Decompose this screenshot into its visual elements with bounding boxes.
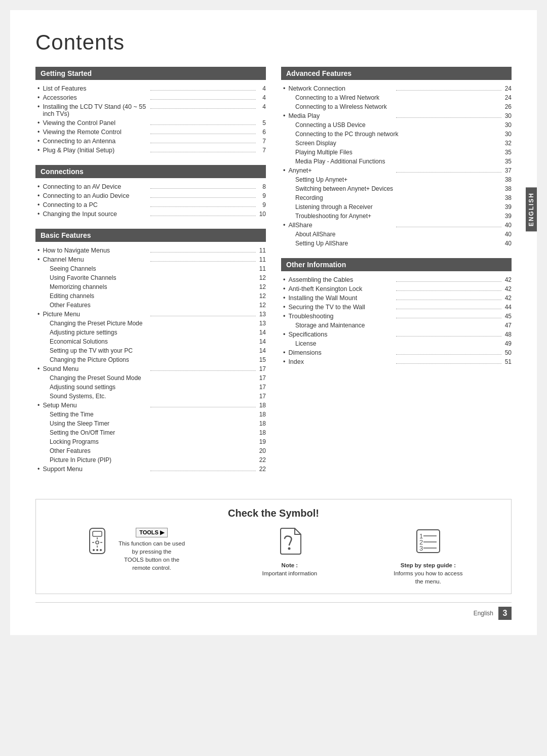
list-item: Setting the Time 18 xyxy=(35,410,266,419)
toc-list-advanced-features: Network Connection 24 Connecting to a Wi… xyxy=(281,84,512,248)
symbol-item-note: Note :Important information xyxy=(262,527,318,577)
list-item: Changing the Preset Picture Mode 13 xyxy=(35,319,266,328)
list-item: Sound Systems, Etc. 17 xyxy=(35,392,266,401)
content-wrapper: Getting Started List of Features 4 Acces… xyxy=(35,67,512,484)
list-item: Connecting to a PC 9 xyxy=(35,200,266,209)
list-item: License 49 xyxy=(281,339,512,348)
list-item: Setting Up Anynet+ 38 xyxy=(281,175,512,184)
list-item: Editing channels 12 xyxy=(35,291,266,301)
check-symbol-title: Check the Symbol! xyxy=(46,508,501,519)
list-item: Media Play - Additional Functions 35 xyxy=(281,157,512,166)
toc-list-getting-started: List of Features 4 Accessories 4 Install… xyxy=(35,84,266,155)
list-item: Connecting to an Antenna 7 xyxy=(35,137,266,146)
section-header-other-information: Other Information xyxy=(281,258,512,271)
list-item: Securing the TV to the Wall 44 xyxy=(281,303,512,312)
step-icon: 1 2 3 xyxy=(414,527,442,557)
list-item: Connecting to a Wireless Network 26 xyxy=(281,102,512,111)
symbol-item-tools: TOOLS ▶ This function can be used by pre… xyxy=(85,527,186,572)
svg-point-7 xyxy=(93,549,95,551)
symbol-item-step: 1 2 3 Step by step guide :Informs you ho… xyxy=(394,527,462,585)
note-description: Note :Important information xyxy=(262,561,318,577)
list-item: Specifications 48 xyxy=(281,330,512,339)
tools-badge: TOOLS ▶ xyxy=(136,528,168,537)
list-item: Screen Display 32 xyxy=(281,139,512,148)
section-header-basic-features: Basic Features xyxy=(35,229,266,242)
list-item: Changing the Input source 10 xyxy=(35,209,266,219)
section-advanced-features: Advanced Features Network Connection 24 … xyxy=(281,67,512,248)
section-header-advanced-features: Advanced Features xyxy=(281,67,512,80)
list-item: Assembling the Cables 42 xyxy=(281,275,512,284)
list-item: Other Features 20 xyxy=(35,446,266,455)
list-item: Index 51 xyxy=(281,357,512,366)
list-item: Troubleshooting 45 xyxy=(281,312,512,321)
list-item: Using Favorite Channels 12 xyxy=(35,273,266,282)
list-item: Other Features 12 xyxy=(35,301,266,310)
list-item: Support Menu 22 xyxy=(35,465,266,474)
list-item: Connecting to a Wired Network 24 xyxy=(281,93,512,102)
list-item: AllShare 40 xyxy=(281,221,512,230)
list-item: Economical Solutions 14 xyxy=(35,337,266,346)
list-item: Connecting to the PC through network 30 xyxy=(281,130,512,139)
tools-description: This function can be used by pressing th… xyxy=(118,539,186,572)
check-symbol-section: Check the Symbol! xyxy=(35,499,512,594)
svg-rect-1 xyxy=(93,531,102,536)
list-item: Media Play 30 xyxy=(281,111,512,120)
toc-list-basic-features: How to Navigate Menus 11 Channel Menu 11… xyxy=(35,246,266,474)
list-item: Troubleshooting for Anynet+ 39 xyxy=(281,212,512,221)
note-icon xyxy=(276,527,303,557)
list-item: Plug & Play (Initial Setup) 7 xyxy=(35,146,266,155)
list-item: How to Navigate Menus 11 xyxy=(35,246,266,255)
footer-page-number: 3 xyxy=(498,607,512,620)
right-column: Advanced Features Network Connection 24 … xyxy=(281,67,512,484)
list-item: Anynet+ 37 xyxy=(281,166,512,175)
list-item: Installing the Wall Mount 42 xyxy=(281,293,512,303)
list-item: Viewing the Control Panel 5 xyxy=(35,118,266,128)
english-sidebar: ENGLISH xyxy=(526,187,537,231)
list-item: Setting the On/Off Timer 18 xyxy=(35,428,266,437)
tools-remote-icon xyxy=(85,527,110,565)
step-description: Step by step guide :Informs you how to a… xyxy=(394,561,462,585)
toc-list-other-information: Assembling the Cables 42 Anti-theft Kens… xyxy=(281,275,512,366)
section-other-information: Other Information Assembling the Cables … xyxy=(281,258,512,366)
list-item: Changing the Preset Sound Mode 17 xyxy=(35,373,266,383)
list-item: Installing the LCD TV Stand (40 ~ 55 inc… xyxy=(35,102,266,118)
list-item: List of Features 4 xyxy=(35,84,266,93)
left-column: Getting Started List of Features 4 Acces… xyxy=(35,67,266,484)
list-item: Setup Menu 18 xyxy=(35,401,266,410)
list-item: Listening through a Receiver 39 xyxy=(281,202,512,212)
list-item: Sound Menu 17 xyxy=(35,364,266,373)
list-item: Picture Menu 13 xyxy=(35,310,266,319)
list-item: Switching between Anynet+ Devices 38 xyxy=(281,184,512,193)
symbol-items-row: TOOLS ▶ This function can be used by pre… xyxy=(46,527,501,585)
list-item: Connecting a USB Device 30 xyxy=(281,120,512,130)
list-item: Storage and Maintenance 47 xyxy=(281,321,512,330)
svg-point-9 xyxy=(100,549,102,551)
list-item: Anti-theft Kensington Lock 42 xyxy=(281,284,512,293)
list-item: Using the Sleep Timer 18 xyxy=(35,419,266,428)
section-basic-features: Basic Features How to Navigate Menus 11 … xyxy=(35,229,266,474)
list-item: Setting Up AllShare 40 xyxy=(281,239,512,248)
list-item: Locking Programs 19 xyxy=(35,437,266,446)
list-item: Dimensions 50 xyxy=(281,348,512,357)
footer-language: English xyxy=(474,610,493,617)
tools-label-desc: TOOLS ▶ This function can be used by pre… xyxy=(118,527,186,572)
svg-text:3: 3 xyxy=(419,544,423,552)
list-item: Connecting to an AV Device 8 xyxy=(35,182,266,191)
list-item: Network Connection 24 xyxy=(281,84,512,93)
list-item: Memorizing channels 12 xyxy=(35,282,266,291)
list-item: Picture In Picture (PIP) 22 xyxy=(35,455,266,465)
list-item: Recording 38 xyxy=(281,193,512,202)
list-item: Adjusting picture settings 14 xyxy=(35,328,266,337)
list-item: Viewing the Remote Control 6 xyxy=(35,128,266,137)
list-item: Accessories 4 xyxy=(35,93,266,102)
list-item: Adjusting sound settings 17 xyxy=(35,383,266,392)
svg-point-8 xyxy=(96,549,98,551)
svg-point-10 xyxy=(288,548,291,550)
list-item: About AllShare 40 xyxy=(281,230,512,239)
section-connections: Connections Connecting to an AV Device 8… xyxy=(35,165,266,219)
list-item: Playing Multiple Files 35 xyxy=(281,148,512,157)
page-title: Contents xyxy=(35,30,512,55)
page-footer: English 3 xyxy=(35,602,512,620)
list-item: Changing the Picture Options 15 xyxy=(35,355,266,364)
svg-point-2 xyxy=(96,541,99,544)
